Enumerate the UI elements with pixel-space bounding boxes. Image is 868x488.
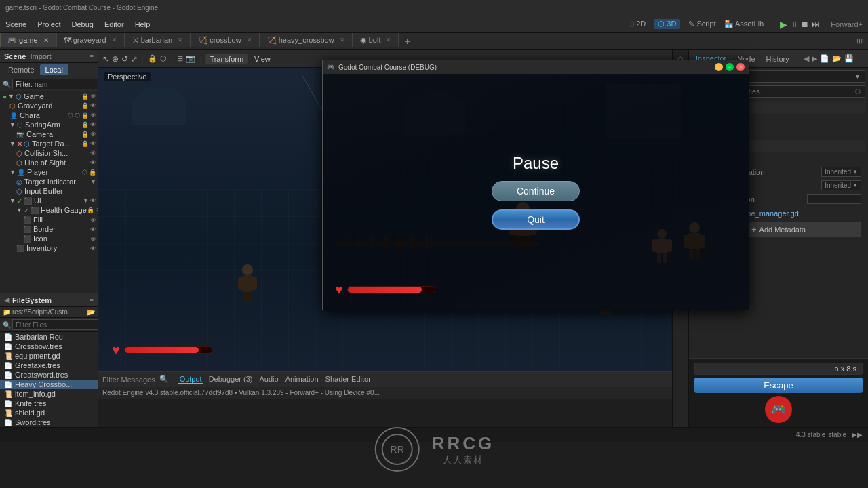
remote-tab[interactable]: Remote xyxy=(3,64,40,75)
inspector-fwd-btn[interactable]: ▶ xyxy=(812,54,817,63)
pause-button[interactable]: ⏸ xyxy=(790,20,798,29)
tab-bolt[interactable]: ◉ bolt ✕ xyxy=(353,33,399,47)
tab-debugger[interactable]: Debugger (3) xyxy=(208,375,254,384)
quit-button[interactable]: Quit xyxy=(492,209,580,230)
file-greatsword[interactable]: 📄 Greatsword.tres xyxy=(0,370,98,380)
file-barbarian[interactable]: 📄 Barbarian Rou... xyxy=(0,332,98,342)
scene-filter-input[interactable] xyxy=(12,79,105,89)
inspector-menu-btn[interactable]: ⋯ xyxy=(856,54,864,63)
local-tab[interactable]: Local xyxy=(40,64,68,75)
game-maximize-btn[interactable]: + xyxy=(726,63,734,71)
file-crossbow[interactable]: 📄 Crossbow.tres xyxy=(0,342,98,351)
game-close-btn[interactable]: ✕ xyxy=(736,63,745,71)
import-button[interactable]: Import xyxy=(30,52,51,60)
tree-item-graveyard[interactable]: ⬡ Graveyard 🔒 👁 xyxy=(0,101,98,110)
filesystem-expand-btn[interactable]: ◀ xyxy=(4,296,9,304)
tree-item-border[interactable]: ⬛ Border 👁 xyxy=(0,224,98,234)
tree-item-camera[interactable]: 📷 Camera 🔒 👁 xyxy=(0,129,98,139)
inspector-load-btn[interactable]: 📂 xyxy=(832,54,842,63)
tree-item-icon[interactable]: ⬛ Icon 👁 xyxy=(0,234,98,243)
menu-scene[interactable]: Scene xyxy=(5,20,26,28)
file-greataxe[interactable]: 📄 Greataxe.tres xyxy=(0,361,98,370)
menu-debug[interactable]: Debug xyxy=(71,20,93,28)
layout-toggle[interactable]: ⊞ xyxy=(856,37,863,45)
file-filter-input[interactable] xyxy=(12,319,105,330)
mode-assetlib[interactable]: 🏪 AssetLib xyxy=(724,20,764,28)
tab-shader-editor[interactable]: Shader Editor xyxy=(324,375,372,384)
rotate-tool[interactable]: ↺ xyxy=(121,54,128,64)
tab-barbarian[interactable]: ⚔ barbarian ✕ xyxy=(125,33,191,47)
controller-icon: 🎮 xyxy=(765,396,792,423)
escape-button[interactable]: Escape xyxy=(694,378,863,393)
tab-history[interactable]: History xyxy=(764,54,792,64)
more-btn[interactable]: ⋯ xyxy=(277,54,285,63)
layout-toggle-bottom[interactable]: ▶▶ xyxy=(852,431,863,439)
tree-item-lineofsight[interactable]: ⬡ Line of Sight 👁 xyxy=(0,158,98,167)
filesystem-folder-btn[interactable]: 📂 xyxy=(87,308,95,316)
tree-item-targetra[interactable]: ▼ ✕ ⬡ Target Ra... 🔒 👁 xyxy=(0,139,98,148)
play-button[interactable]: ▶ xyxy=(780,19,787,30)
file-sword[interactable]: 📄 Sword.tres xyxy=(0,418,98,427)
file-heavy-crossbow[interactable]: 📄 Heavy Crossbo... xyxy=(0,380,98,389)
file-knife[interactable]: 📄 Knife.tres xyxy=(0,399,98,408)
tab-heavy-crossbow[interactable]: 🏹 heavy_crossbow ✕ xyxy=(260,33,353,47)
mode-script[interactable]: ✎ Script xyxy=(688,20,715,28)
step-button[interactable]: ⏭ xyxy=(812,20,820,29)
mode-3d[interactable]: ⬡ 3D xyxy=(654,19,680,29)
tree-item-game[interactable]: ● ▼ ⬡ Game 🔒 👁 xyxy=(0,92,98,101)
file-equipment[interactable]: 📜 equipment.gd xyxy=(0,351,98,361)
view-btn[interactable]: View xyxy=(250,54,275,64)
hud-panel: a x 8 s Escape 🎮 xyxy=(689,358,868,427)
tree-item-chara[interactable]: 👤 Chara ⬡ ⬡ 🔒 👁 xyxy=(0,110,98,120)
tab-animation[interactable]: Animation xyxy=(284,375,320,384)
tab-output[interactable]: Output xyxy=(178,375,203,384)
pause-title: Pause xyxy=(513,154,559,173)
move-tool[interactable]: ↖ xyxy=(102,54,109,64)
lock-btn[interactable]: 🔒 xyxy=(148,54,157,63)
filter-icon: 🔍 xyxy=(3,81,11,88)
menu-editor[interactable]: Editor xyxy=(104,20,124,28)
tab-graveyard[interactable]: 🗺 graveyard ✕ xyxy=(56,33,125,47)
physics-interp-value[interactable]: Inherited▼ xyxy=(821,167,861,177)
file-item-info[interactable]: 📜 item_info.gd xyxy=(0,389,98,399)
tree-item-ui[interactable]: ▼ ✓ ⬛ UI ▼ 👁 xyxy=(0,196,98,205)
inspector-back-btn[interactable]: ◀ xyxy=(804,54,809,63)
filter-props-options-btn[interactable]: ⬡ xyxy=(855,88,861,95)
auto-translate-value[interactable]: Inherited▼ xyxy=(821,180,861,190)
editor-description-input[interactable] xyxy=(807,194,861,204)
scene-menu-btn[interactable]: ≡ xyxy=(90,52,94,60)
left-panel: Scene Import ≡ Remote Local 🔍 ▼ + ● ▼ ⬡ … xyxy=(0,50,98,427)
tab-audio[interactable]: Audio xyxy=(258,375,280,384)
scale-tool[interactable]: ⤢ xyxy=(131,54,138,64)
tree-item-player[interactable]: ▼ 👤 Player ⬡ 🔒 xyxy=(0,167,98,177)
tree-item-collisionsh[interactable]: ⬡ CollisionSh... 👁 xyxy=(0,148,98,158)
filesystem-menu-btn[interactable]: ≡ xyxy=(90,296,94,304)
tab-crossbow[interactable]: 🏹 crossbow ✕ xyxy=(191,33,260,47)
mode-2d[interactable]: ⊞ 2D xyxy=(628,20,646,28)
tree-item-healthgauge[interactable]: ▼ ✓ ⬛ Health Gauge 🔒 👁 xyxy=(0,205,98,215)
filesystem-panel: ◀ FileSystem ≡ 📁 res://Scripts/Custo 📂 🔍… xyxy=(0,293,98,427)
file-list: 📄 Barbarian Rou... 📄 Crossbow.tres 📜 equ… xyxy=(0,332,98,427)
group-btn[interactable]: ⬡ xyxy=(160,54,167,63)
new-tab-button[interactable]: + xyxy=(399,33,415,49)
menu-project[interactable]: Project xyxy=(37,20,60,28)
search-console-icon[interactable]: 🔍 xyxy=(159,375,169,384)
transform-btn[interactable]: Transform xyxy=(205,54,248,64)
file-shield[interactable]: 📜 shield.gd xyxy=(0,408,98,418)
tree-item-targetindicator[interactable]: ◎ Target Indicator ▼ xyxy=(0,177,98,186)
tree-item-inputbuffer[interactable]: ⬡ Input Buffer xyxy=(0,186,98,196)
plus-icon: + xyxy=(751,224,757,235)
select-tool[interactable]: ⊕ xyxy=(112,54,119,64)
tree-item-fill[interactable]: ⬛ Fill 👁 xyxy=(0,215,98,224)
game-minimize-btn[interactable]: − xyxy=(715,63,723,71)
inspector-new-btn[interactable]: 📄 xyxy=(820,54,829,63)
camera-btn[interactable]: 📷 xyxy=(186,54,195,63)
stop-button[interactable]: ⏹ xyxy=(801,20,809,29)
menu-help[interactable]: Help xyxy=(135,20,151,28)
inspector-save-btn[interactable]: 💾 xyxy=(844,54,854,63)
tab-game[interactable]: 🎮 Perspectivegame ✕ xyxy=(0,33,56,47)
continue-button[interactable]: Continue xyxy=(492,181,580,201)
tree-item-springarm[interactable]: ▼ ⬡ SpringArm 🔒 👁 xyxy=(0,120,98,129)
tree-item-inventory[interactable]: ⬛ Inventory 👁 xyxy=(0,243,98,253)
snap-btn[interactable]: ⊞ xyxy=(177,54,183,63)
